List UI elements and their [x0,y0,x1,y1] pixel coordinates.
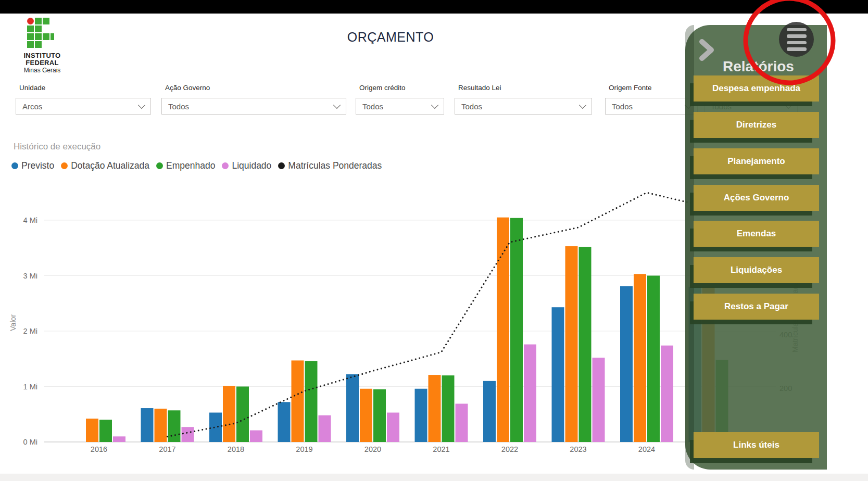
top-black-bar [0,0,868,14]
panel-button-emendas[interactable]: Emendas [694,221,819,247]
svg-text:2 Mi: 2 Mi [23,327,37,335]
dropdown-value: Arcos [22,102,42,111]
logo-text-line1: INSTITUTO [14,52,71,59]
panel-button-links-uteis[interactable]: Links úteis [694,432,819,458]
dropdown-value: Todos [168,102,189,111]
svg-text:2017: 2017 [159,445,175,453]
logo-text-line2: FEDERAL [14,59,71,67]
filter-label: Origem Fonte [609,84,698,92]
panel-left-edge [685,25,694,470]
panel-title: Relatórios [723,58,794,75]
filter-label: Origem crédito [359,84,444,92]
panel-button-planejamento[interactable]: Planejamento [694,148,819,174]
origem-fonte-dropdown[interactable]: Todos [605,98,698,115]
bottom-scroll-strip[interactable] [0,474,868,481]
filter-origem-credito: Origem crédito Todos [356,84,444,115]
panel-button-diretrizes[interactable]: Diretrizes [694,112,819,138]
panel-button-despesa-empenhada[interactable]: Despesa empenhada [694,75,819,102]
chevron-right-icon[interactable] [698,39,715,61]
svg-text:2016: 2016 [91,445,107,453]
hamburger-icon [787,28,807,32]
svg-text:Valor: Valor [9,314,17,331]
svg-text:2021: 2021 [433,445,449,453]
svg-text:2023: 2023 [570,445,586,453]
svg-text:2018: 2018 [228,445,244,453]
relatorios-panel: Relatórios Despesa empenhadaDiretrizesPl… [685,25,827,470]
svg-text:2024: 2024 [638,445,655,453]
logo-mark-icon [27,18,57,48]
filter-acao-governo: Ação Governo Todos [161,84,346,115]
chart-axes: 0 Mi1 Mi2 Mi3 Mi4 MiValor200400Matrícula… [9,216,799,453]
origem-credito-dropdown[interactable]: Todos [356,98,444,115]
panel-button-liquidacoes[interactable]: Liquidações [694,257,819,283]
filter-label: Ação Governo [165,84,346,92]
logo-text-line3: Minas Gerais [14,67,71,74]
svg-text:3 Mi: 3 Mi [23,272,37,280]
svg-text:2020: 2020 [364,445,381,453]
instituto-federal-logo: INSTITUTO FEDERAL Minas Gerais [14,18,71,74]
filter-label: Resultado Lei [458,84,592,92]
chevron-down-icon [431,101,438,108]
page-title: ORÇAMENTO [292,30,489,45]
svg-text:2022: 2022 [501,445,518,453]
svg-text:4 Mi: 4 Mi [23,216,37,224]
unidade-dropdown[interactable]: Arcos [16,98,151,115]
panel-button-acoes-governo[interactable]: Ações Governo [694,185,819,211]
filter-unidade: Unidade Arcos [16,84,151,115]
acao-governo-dropdown[interactable]: Todos [161,98,346,115]
filter-label: Unidade [19,84,151,92]
filter-origem-fonte: Origem Fonte Todos [605,84,698,115]
dropdown-value: Todos [362,102,383,111]
dropdown-value: Todos [612,102,633,111]
matriculas-dotted-line [168,193,715,437]
svg-text:0 Mi: 0 Mi [23,438,37,446]
hamburger-menu-button[interactable] [779,22,814,57]
svg-text:1 Mi: 1 Mi [23,383,37,391]
dropdown-value: Todos [461,102,482,111]
filter-resultado-lei: Resultado Lei Todos [455,84,592,115]
svg-text:2019: 2019 [296,445,312,453]
chevron-down-icon [579,101,586,108]
chart-bars [86,218,742,442]
chevron-down-icon [333,101,341,108]
dashboard-page: INSTITUTO FEDERAL Minas Gerais ORÇAMENTO… [0,0,868,481]
chevron-down-icon [138,101,145,108]
resultado-lei-dropdown[interactable]: Todos [455,98,592,115]
panel-button-restos-a-pagar[interactable]: Restos a Pagar [694,294,819,320]
